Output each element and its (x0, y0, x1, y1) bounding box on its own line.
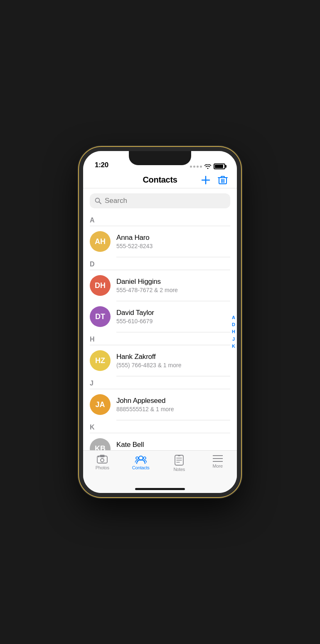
svg-line-7 (99, 202, 101, 204)
contact-phone: (555) 564-8583 & 1 more (116, 450, 230, 450)
avatar-daniel-higgins: DH (90, 275, 111, 296)
section-header-d: D (83, 257, 237, 270)
contact-name: Hank Zakroff (116, 353, 230, 361)
avatar-anna-haro: AH (90, 231, 111, 252)
avatar-david-taylor: DT (90, 306, 111, 327)
contact-info-john-appleseed: John Appleseed 8885555512 & 1 more (116, 397, 230, 412)
svg-point-11 (101, 459, 104, 462)
contact-phone: (555) 766-4823 & 1 more (116, 362, 230, 368)
battery-icon (214, 163, 225, 169)
section-header-j: J (83, 376, 237, 389)
tab-contacts-label: Contacts (132, 465, 150, 470)
tab-bar: Photos Contacts (83, 450, 237, 485)
tab-more-label: More (213, 463, 223, 468)
avatar-hank-zakroff: HZ (90, 350, 111, 371)
avatar-john-appleseed: JA (90, 394, 111, 415)
status-icons (190, 163, 225, 169)
contact-phone: 8885555512 & 1 more (116, 406, 230, 412)
contact-phone: 555-478-7672 & 2 more (116, 287, 230, 293)
main-content: Contacts (83, 172, 237, 493)
search-icon (95, 198, 101, 204)
tab-contacts[interactable]: Contacts (128, 455, 153, 470)
index-sidebar: A D H J K (232, 314, 235, 349)
tab-photos-label: Photos (96, 465, 109, 470)
home-indicator (83, 485, 237, 493)
more-icon (213, 455, 223, 462)
svg-rect-19 (178, 455, 180, 456)
delete-button[interactable] (217, 174, 229, 186)
contact-item-hank-zakroff[interactable]: HZ Hank Zakroff (555) 766-4823 & 1 more (83, 345, 237, 376)
contact-name: John Appleseed (116, 397, 230, 405)
contact-info-daniel-higgins: Daniel Higgins 555-478-7672 & 2 more (116, 278, 230, 293)
contact-phone: 555-610-6679 (116, 318, 230, 324)
contact-name: Kate Bell (116, 441, 230, 449)
contact-info-david-taylor: David Taylor 555-610-6679 (116, 309, 230, 324)
page-title: Contacts (143, 175, 177, 185)
svg-point-14 (143, 457, 146, 459)
contact-name: Daniel Higgins (116, 278, 230, 286)
nav-bar: Contacts (83, 172, 237, 188)
contact-item-daniel-higgins[interactable]: DH Daniel Higgins 555-478-7672 & 2 more (83, 270, 237, 301)
svg-rect-10 (98, 456, 99, 457)
contact-info-anna-haro: Anna Haro 555-522-8243 (116, 234, 230, 249)
search-container (83, 188, 237, 213)
section-header-h: H (83, 332, 237, 345)
index-letter-j[interactable]: J (232, 336, 235, 342)
add-contact-button[interactable] (200, 175, 211, 185)
notch (129, 151, 191, 165)
search-bar[interactable] (90, 193, 230, 208)
tab-notes-label: Notes (173, 467, 185, 472)
section-header-a: A (83, 213, 237, 226)
tab-notes[interactable]: Notes (167, 455, 192, 472)
signal-icon (190, 166, 202, 168)
svg-point-13 (136, 457, 138, 459)
contact-phone: 555-522-8243 (116, 243, 230, 249)
tab-more[interactable]: More (205, 455, 230, 468)
index-letter-k[interactable]: K (232, 343, 235, 349)
contact-info-kate-bell: Kate Bell (555) 564-8583 & 1 more (116, 441, 230, 450)
contact-item-john-appleseed[interactable]: JA John Appleseed 8885555512 & 1 more (83, 389, 237, 420)
notes-icon (175, 455, 184, 466)
contact-info-hank-zakroff: Hank Zakroff (555) 766-4823 & 1 more (116, 353, 230, 368)
search-input[interactable] (105, 197, 225, 205)
contact-item-kate-bell[interactable]: KB Kate Bell (555) 564-8583 & 1 more (83, 433, 237, 450)
tab-photos[interactable]: Photos (90, 455, 115, 470)
home-bar (135, 488, 185, 490)
photos-icon (97, 455, 108, 464)
index-letter-d[interactable]: D (232, 321, 235, 327)
contact-name: David Taylor (116, 309, 230, 317)
status-time: 1:20 (95, 161, 108, 169)
index-letter-h[interactable]: H (232, 329, 235, 335)
section-header-k: K (83, 420, 237, 433)
contacts-list[interactable]: A AH Anna Haro 555-522-8243 D DH Daniel … (83, 213, 237, 450)
nav-actions (200, 174, 229, 186)
contact-name: Anna Haro (116, 234, 230, 242)
contact-item-anna-haro[interactable]: AH Anna Haro 555-522-8243 (83, 226, 237, 257)
index-letter-a[interactable]: A (232, 314, 235, 320)
contacts-icon (135, 455, 147, 464)
avatar-kate-bell: KB (90, 438, 111, 450)
contact-item-david-taylor[interactable]: DT David Taylor 555-610-6679 (83, 301, 237, 332)
wifi-icon (204, 164, 211, 169)
phone-frame: 1:20 Contacts (79, 147, 241, 497)
